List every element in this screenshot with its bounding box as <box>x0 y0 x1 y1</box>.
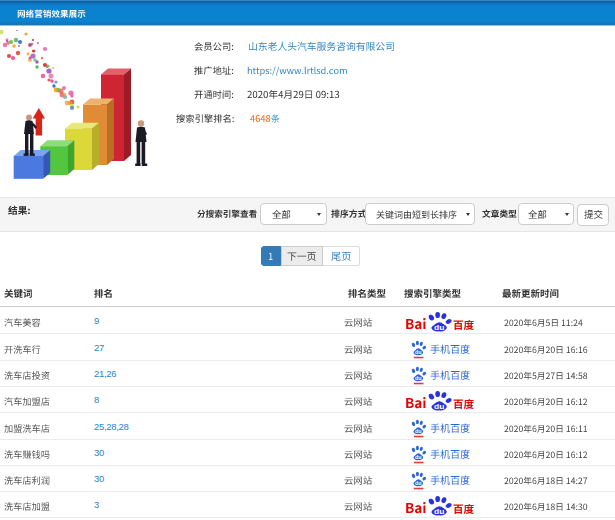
svg-text:du: du <box>434 402 445 410</box>
svg-text:du: du <box>415 374 421 380</box>
svg-text:du: du <box>415 348 421 354</box>
svg-text:du: du <box>415 479 421 485</box>
svg-text:du: du <box>415 427 421 433</box>
svg-text:du: du <box>434 507 445 515</box>
svg-text:du: du <box>434 323 445 331</box>
svg-text:du: du <box>415 453 421 459</box>
